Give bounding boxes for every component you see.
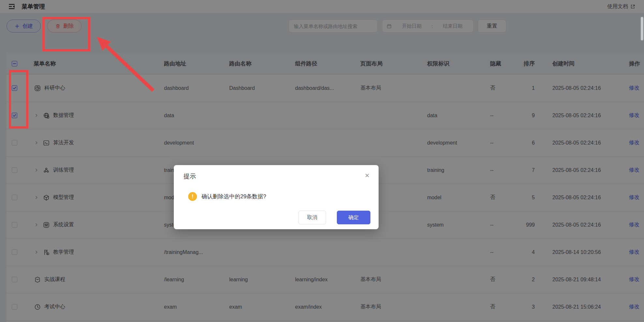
warning-icon: ! [188,192,197,201]
modal-mask[interactable] [0,0,644,322]
confirm-button-label: 确定 [349,214,359,221]
cancel-button[interactable]: 取消 [298,211,326,224]
close-icon[interactable]: × [364,170,371,181]
cancel-button-label: 取消 [307,214,318,221]
dialog-message: 确认删除选中的29条数据? [202,193,266,200]
scrollbar-thumb[interactable] [641,17,643,40]
dialog-title: 提示 [184,172,196,181]
confirm-button[interactable]: 确定 [337,211,370,224]
menu-management-page: 菜单管理 使用文档 创建 删除 开始日期 [0,0,644,322]
confirm-dialog: 提示 × ! 确认删除选中的29条数据? 取消 确定 [174,165,379,229]
